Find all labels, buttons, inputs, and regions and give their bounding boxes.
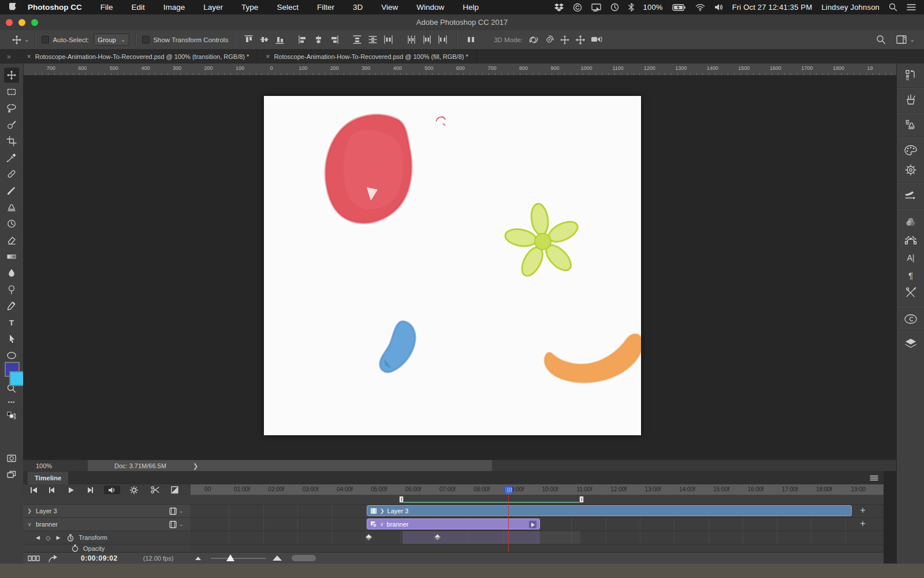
track-header-layer3[interactable]: ❯ Layer 3 ⌄ <box>23 505 191 517</box>
timeline-zoom-slider-track[interactable] <box>211 558 266 559</box>
canvas-pasteboard[interactable] <box>23 75 896 460</box>
current-timecode[interactable]: 0:00:09:02 <box>81 554 118 562</box>
quick-mask-button[interactable] <box>4 451 19 466</box>
previous-frame-button[interactable] <box>46 486 58 494</box>
display-mirroring-icon[interactable] <box>591 3 601 12</box>
quick-selection-tool[interactable] <box>4 117 19 132</box>
distribute-vertical-centers-icon[interactable] <box>368 35 378 45</box>
close-tab-icon[interactable]: × <box>27 53 31 61</box>
close-tab-icon[interactable]: × <box>266 53 270 61</box>
wifi-icon[interactable] <box>695 3 705 11</box>
add-media-button-track1[interactable]: + <box>857 505 869 517</box>
menu-item[interactable]: Edit <box>122 3 154 12</box>
tool-presets-panel-icon[interactable] <box>904 92 918 106</box>
transitions-button[interactable] <box>169 486 180 494</box>
edit-toolbar-button[interactable]: ••• <box>4 397 19 407</box>
artboard-canvas[interactable] <box>264 96 641 435</box>
history-panel-icon[interactable] <box>904 68 918 82</box>
timeline-settings-gear-icon[interactable] <box>128 486 140 494</box>
spot-healing-brush-tool[interactable] <box>4 166 19 181</box>
add-keyframe-diamond-icon[interactable]: ◇ <box>46 534 50 542</box>
menu-item[interactable]: Filter <box>308 3 344 12</box>
next-frame-button[interactable] <box>84 486 96 494</box>
align-top-edges-icon[interactable] <box>244 35 254 45</box>
align-horizontal-centers-icon[interactable] <box>314 35 323 45</box>
align-bottom-edges-icon[interactable] <box>275 35 285 45</box>
menu-item[interactable]: Layer <box>194 3 232 12</box>
background-color-swatch[interactable] <box>9 371 24 386</box>
3d-roll-icon[interactable] <box>544 35 554 45</box>
add-media-button-track2[interactable]: + <box>857 518 869 530</box>
swatches-wheel-panel-icon[interactable] <box>904 163 918 177</box>
move-tool-preset-icon[interactable] <box>12 35 22 45</box>
stopwatch-icon[interactable] <box>67 534 74 542</box>
gradient-tool[interactable] <box>4 249 19 264</box>
menu-item[interactable]: Help <box>453 3 488 12</box>
menu-item[interactable]: Image <box>154 3 195 12</box>
distribute-left-edges-icon[interactable] <box>407 35 416 45</box>
paths-panel-icon[interactable] <box>904 233 918 247</box>
dropbox-icon[interactable] <box>554 3 564 12</box>
color-panel-icon[interactable] <box>904 143 918 157</box>
lasso-tool[interactable] <box>4 101 19 116</box>
paragraph-panel-icon[interactable]: ¶ <box>904 268 918 282</box>
document-info-strip[interactable]: Doc: 3.71M/66.5M ❯ <box>88 460 492 472</box>
creative-cloud-icon[interactable] <box>573 3 582 12</box>
next-keyframe-icon[interactable]: ▶ <box>56 535 60 540</box>
zoom-out-timeline-icon[interactable] <box>195 557 201 560</box>
spotlight-search-icon[interactable] <box>889 3 897 12</box>
apple-menu-icon[interactable] <box>9 3 17 12</box>
double-chevron-icon[interactable]: » <box>0 53 19 64</box>
timeline-tab[interactable]: Timeline <box>28 472 68 484</box>
menu-user-name[interactable]: Lindsey Johnson <box>821 3 880 12</box>
menu-item[interactable]: File <box>91 3 122 12</box>
work-area-start-handle[interactable] <box>399 496 404 503</box>
video-track-film-icon[interactable] <box>169 521 177 528</box>
render-video-icon[interactable] <box>28 555 40 562</box>
creative-cloud-libraries-panel-icon[interactable] <box>904 312 918 326</box>
distribute-spacing-icon[interactable] <box>466 35 476 45</box>
notification-center-icon[interactable] <box>907 3 916 11</box>
twirl-open-icon[interactable]: ∨ <box>380 521 384 527</box>
pen-tool[interactable] <box>4 298 19 313</box>
align-right-edges-icon[interactable] <box>329 35 339 45</box>
clip-play-icon[interactable] <box>529 521 536 528</box>
screen-mode-button[interactable] <box>4 467 19 482</box>
document-tab[interactable]: × Rotoscope-Animation-How-To-Recovered.p… <box>19 49 258 64</box>
zoom-level-field[interactable]: 100% <box>23 460 65 472</box>
work-area-end-handle[interactable] <box>579 496 584 503</box>
timeline-time-ruler[interactable]: 0001:00f02:00f03:00f04:00f05:00f06:00f07… <box>191 484 884 495</box>
twirl-open-icon[interactable]: ∨ <box>23 521 36 527</box>
zoom-in-timeline-icon[interactable] <box>273 555 282 561</box>
eyedropper-tool[interactable] <box>4 150 19 165</box>
3d-orbit-icon[interactable] <box>528 35 538 45</box>
panel-menu-icon[interactable] <box>870 475 878 481</box>
ellipse-shape-tool[interactable] <box>4 348 19 363</box>
menu-item[interactable]: View <box>372 3 407 12</box>
align-left-edges-icon[interactable] <box>298 35 308 45</box>
video-clip-layer3[interactable]: ❯ Layer 3 <box>367 505 852 516</box>
3d-pan-icon[interactable] <box>560 35 569 45</box>
menu-clock[interactable]: Fri Oct 27 12:41:35 PM <box>732 3 813 12</box>
twirl-closed-icon[interactable]: ❯ <box>23 508 36 514</box>
split-at-playhead-scissors-icon[interactable] <box>149 486 161 494</box>
distribute-top-edges-icon[interactable] <box>352 35 362 45</box>
history-brush-tool[interactable] <box>4 216 19 231</box>
brush-settings-panel-icon[interactable] <box>904 188 918 202</box>
3d-slide-icon[interactable] <box>575 35 585 45</box>
blur-tool[interactable] <box>4 265 19 280</box>
shortcut-arrow-icon[interactable] <box>49 555 58 562</box>
workspace-switcher[interactable]: ⌄ <box>896 35 915 44</box>
time-machine-icon[interactable] <box>610 3 619 12</box>
measurement-tools-panel-icon[interactable] <box>904 286 918 299</box>
layers-panel-icon[interactable] <box>904 336 918 350</box>
chevron-down-icon[interactable]: ⌄ <box>179 521 184 527</box>
menu-item[interactable]: Select <box>267 3 308 12</box>
track-header-branner[interactable]: ∨ branner ⌄ <box>23 518 191 531</box>
show-transform-checkbox[interactable] <box>142 36 150 43</box>
clone-stamp-tool[interactable] <box>4 199 19 214</box>
menu-item[interactable]: Window <box>407 3 453 12</box>
type-tool[interactable]: T <box>4 315 19 330</box>
go-to-first-frame-button[interactable] <box>28 486 39 494</box>
document-tab[interactable]: × Rotoscope-Animation-How-To-Recovered.p… <box>258 49 476 64</box>
